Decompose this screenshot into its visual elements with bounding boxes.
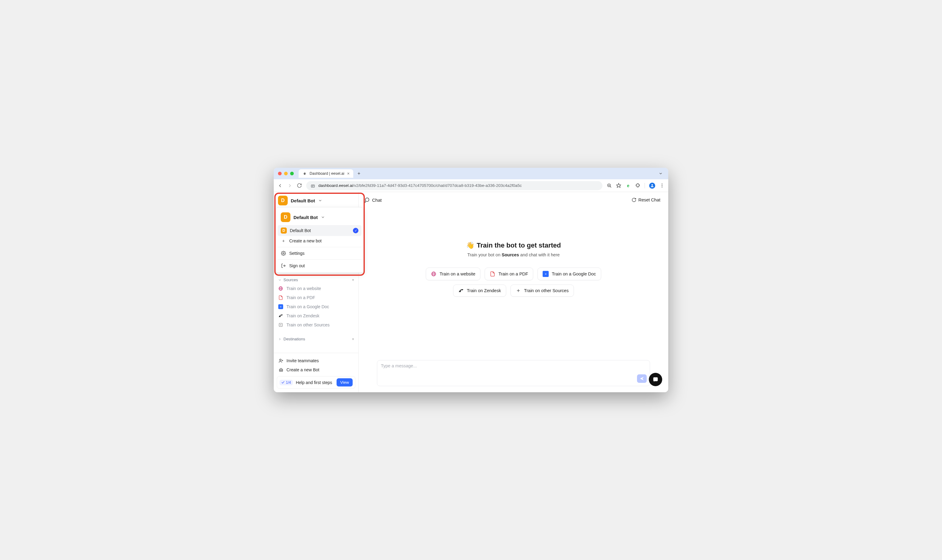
progress-badge: 1/4 bbox=[280, 380, 293, 385]
sidebar-item-train-gdoc[interactable]: ≡ Train on a Google Doc bbox=[274, 302, 359, 311]
svg-line-4 bbox=[610, 186, 611, 188]
dropdown-item-signout[interactable]: Sign out bbox=[278, 261, 362, 271]
hero-title: 👋 Train the bot to get started bbox=[466, 242, 561, 249]
sidebar-item-label: Train on a PDF bbox=[286, 295, 315, 300]
zendesk-icon bbox=[278, 313, 283, 318]
svg-point-8 bbox=[651, 184, 653, 186]
sidebar-item-train-pdf[interactable]: Train on a PDF bbox=[274, 293, 359, 302]
create-bot-link[interactable]: Create a new Bot bbox=[277, 365, 356, 374]
address-bar[interactable]: dashboard.eesel.ai/v2/bfe2fd39-11a7-4d47… bbox=[306, 181, 602, 190]
pdf-icon bbox=[278, 295, 283, 300]
gear-icon bbox=[281, 251, 286, 256]
dropdown-item-label: Settings bbox=[289, 251, 305, 256]
url-path: /v2/bfe2fd39-11a7-4d47-93d3-417c4705700c… bbox=[353, 183, 522, 188]
chip-train-website[interactable]: Train on a website bbox=[426, 268, 480, 280]
dropdown-header: D Default Bot bbox=[278, 209, 362, 225]
sidebar-section-destinations[interactable]: Destinations + bbox=[274, 335, 359, 343]
view-button[interactable]: View bbox=[337, 378, 352, 386]
new-tab-button[interactable]: + bbox=[356, 171, 362, 176]
chip-train-pdf[interactable]: Train on a PDF bbox=[485, 268, 533, 280]
chip-train-zendesk[interactable]: Train on Zendesk bbox=[453, 285, 506, 297]
dropdown-item-settings[interactable]: Settings bbox=[278, 248, 362, 258]
refresh-icon bbox=[631, 197, 636, 202]
dropdown-item-default-bot[interactable]: D Default Bot ✓ bbox=[278, 225, 362, 236]
tab-overflow-icon[interactable] bbox=[656, 171, 666, 175]
tab-favicon: e bbox=[302, 171, 307, 176]
svg-point-20 bbox=[280, 359, 281, 361]
svg-point-9 bbox=[662, 183, 662, 185]
browser-url-bar: dashboard.eesel.ai/v2/bfe2fd39-11a7-4d47… bbox=[274, 179, 668, 192]
plus-box-icon bbox=[278, 323, 283, 327]
close-tab-icon[interactable]: × bbox=[347, 171, 349, 176]
site-info-icon[interactable] bbox=[311, 183, 315, 188]
dropdown-item-label: Create a new bot bbox=[289, 238, 322, 243]
sidebar-item-train-zendesk[interactable]: Train on Zendesk bbox=[274, 311, 359, 320]
chat-body: 👋 Train the bot to get started Train you… bbox=[359, 208, 668, 348]
back-button[interactable] bbox=[277, 183, 283, 188]
extension-eesel-icon[interactable]: e bbox=[625, 183, 631, 188]
invite-teammates-link[interactable]: Invite teammates bbox=[277, 356, 356, 365]
browser-toolbar-icons: e bbox=[606, 183, 665, 189]
bot-switcher[interactable]: D Default Bot bbox=[274, 192, 359, 209]
bot-avatar: D bbox=[281, 212, 291, 222]
profile-button[interactable] bbox=[649, 183, 655, 189]
chevron-down-icon bbox=[321, 215, 325, 219]
link-label: Invite teammates bbox=[286, 358, 319, 363]
section-label: Sources bbox=[283, 278, 298, 282]
svg-point-25 bbox=[281, 370, 282, 371]
chevron-right-icon bbox=[278, 337, 282, 341]
compose-box[interactable] bbox=[377, 360, 650, 386]
sidebar-section-sources[interactable]: Sources + bbox=[274, 276, 359, 284]
tab-title: Dashboard | eesel.ai bbox=[309, 171, 344, 175]
globe-icon bbox=[431, 271, 436, 277]
bot-icon bbox=[279, 368, 283, 372]
svg-rect-23 bbox=[280, 369, 283, 371]
bookmark-icon[interactable] bbox=[616, 183, 621, 188]
training-chips: Train on a website Train on a PDF ≡ Trai… bbox=[416, 268, 611, 297]
reset-chat-button[interactable]: Reset Chat bbox=[629, 196, 663, 204]
browser-tab[interactable]: e Dashboard | eesel.ai × bbox=[299, 169, 353, 178]
sidebar-item-label: Train on a Google Doc bbox=[286, 304, 329, 309]
bot-avatar: D bbox=[278, 196, 288, 205]
minimize-window-button[interactable] bbox=[284, 172, 288, 175]
svg-rect-0 bbox=[311, 185, 315, 187]
add-destination-icon[interactable]: + bbox=[352, 337, 354, 341]
help-widget[interactable]: 1/4 Help and first steps View bbox=[277, 376, 356, 389]
sidebar-item-train-other[interactable]: Train on other Sources bbox=[274, 320, 359, 329]
plus-icon bbox=[516, 288, 521, 293]
sidebar-item-label: Train on other Sources bbox=[286, 323, 329, 327]
main-content: Chat Reset Chat 👋 Train the bot to get s… bbox=[359, 192, 668, 392]
chevron-down-icon bbox=[278, 278, 282, 282]
sidebar-item-label: Train on Zendesk bbox=[286, 313, 319, 318]
kebab-menu-icon[interactable] bbox=[659, 183, 665, 188]
sidebar-footer: Invite teammates Create a new Bot 1/4 He… bbox=[274, 353, 359, 392]
close-window-button[interactable] bbox=[278, 172, 282, 175]
extensions-icon[interactable] bbox=[635, 183, 640, 188]
chip-label: Train on a PDF bbox=[498, 271, 528, 276]
add-source-icon[interactable]: + bbox=[352, 278, 354, 282]
google-doc-icon: ≡ bbox=[278, 304, 283, 309]
send-button[interactable] bbox=[637, 374, 647, 383]
dropdown-item-create-bot[interactable]: + Create a new bot bbox=[278, 236, 362, 246]
chip-train-gdoc[interactable]: ≡ Train on a Google Doc bbox=[537, 268, 601, 280]
zoom-icon[interactable] bbox=[606, 183, 612, 188]
intercom-launcher[interactable] bbox=[649, 373, 662, 386]
globe-icon bbox=[278, 286, 283, 291]
dropdown-item-label: Default Bot bbox=[290, 228, 311, 233]
chat-tab[interactable]: Chat bbox=[364, 197, 382, 203]
sidebar: D Default Bot D Default Bot D D bbox=[274, 192, 359, 392]
reload-button[interactable] bbox=[297, 183, 302, 188]
chip-train-other[interactable]: Train on other Sources bbox=[511, 285, 574, 297]
chevron-down-icon bbox=[318, 198, 322, 203]
url-host: dashboard.eesel.ai bbox=[319, 183, 353, 188]
forward-button[interactable] bbox=[287, 183, 292, 188]
message-input[interactable] bbox=[381, 363, 646, 368]
maximize-window-button[interactable] bbox=[290, 172, 294, 175]
chat-label-text: Chat bbox=[372, 197, 382, 203]
bot-switcher-dropdown: D Default Bot D Default Bot ✓ + Create a… bbox=[276, 207, 363, 273]
sidebar-item-train-website[interactable]: Train on a website bbox=[274, 284, 359, 293]
dropdown-item-label: Sign out bbox=[289, 263, 305, 268]
pdf-icon bbox=[490, 271, 495, 277]
bot-name: Default Bot bbox=[291, 198, 315, 203]
chip-label: Train on other Sources bbox=[524, 288, 569, 293]
